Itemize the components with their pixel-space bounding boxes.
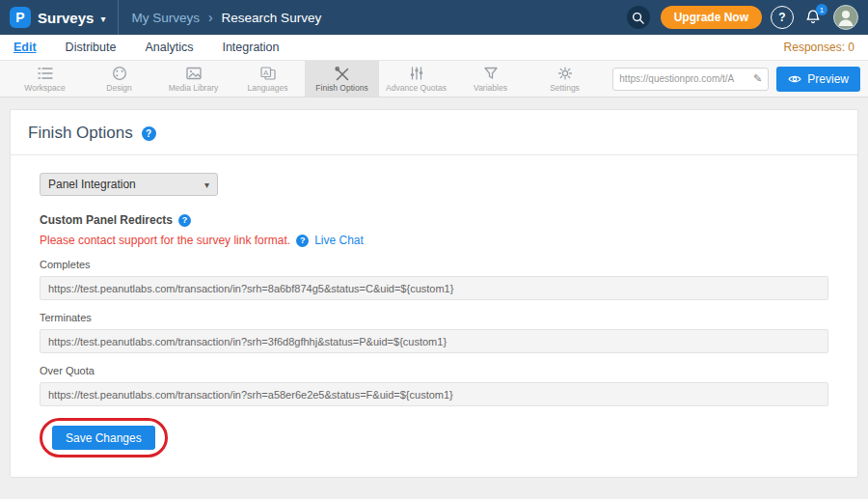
eye-icon <box>788 74 801 84</box>
tab-integration[interactable]: Integration <box>222 41 279 54</box>
custom-panel-redirects-title: Custom Panel Redirects <box>40 213 173 227</box>
divider <box>118 0 119 35</box>
toolbar-item-design[interactable]: Design <box>82 61 156 97</box>
toolbar-item-finish-options[interactable]: Finish Options <box>305 61 379 97</box>
search-icon <box>631 11 645 25</box>
finish-options-card: Finish Options ? Panel Integration ▾ Cus… <box>10 109 858 478</box>
terminates-label: Terminates <box>40 312 828 323</box>
toolbar-item-label: Variables <box>474 83 507 93</box>
sliders-icon <box>407 65 426 82</box>
palette-icon <box>110 65 129 82</box>
languages-icon: A <box>258 65 278 82</box>
gear-icon <box>556 65 575 82</box>
finish-options-help-icon[interactable]: ? <box>142 126 156 141</box>
toolbar-item-advance-quotas[interactable]: Advance Quotas <box>379 61 453 97</box>
workspace-icon <box>36 65 55 82</box>
over-quota-field-group: Over Quota <box>40 365 828 406</box>
notification-badge: 1 <box>816 4 827 15</box>
responses-count: Responses: 0 <box>784 41 854 54</box>
image-icon <box>184 65 203 82</box>
avatar[interactable] <box>833 5 858 30</box>
edit-url-pencil-icon[interactable]: ✎ <box>753 72 762 85</box>
chevron-down-icon: ▾ <box>100 14 105 24</box>
toolbar-item-label: Languages <box>247 83 287 93</box>
completes-field-group: Completes <box>40 259 828 300</box>
toolbar-item-label: Advance Quotas <box>386 83 447 93</box>
page-title: Finish Options <box>28 124 133 143</box>
completes-url-input[interactable] <box>40 276 828 300</box>
toolbar-item-media-library[interactable]: Media Library <box>156 61 231 97</box>
preview-button[interactable]: Preview <box>776 67 860 92</box>
live-chat-link[interactable]: Live Chat <box>314 234 364 247</box>
funnel-icon <box>481 65 501 82</box>
product-name: Surveys <box>38 10 94 26</box>
tools-icon <box>333 65 352 82</box>
tab-edit[interactable]: Edit <box>14 41 37 54</box>
toolbar-item-label: Finish Options <box>315 83 367 93</box>
chevron-down-icon: ▾ <box>204 180 209 190</box>
custom-panel-redirects-help-icon[interactable]: ? <box>178 214 191 227</box>
app-window: P Surveys ▾ My Surveys › Research Survey… <box>0 0 868 499</box>
toolbar-item-variables[interactable]: Variables <box>453 61 528 97</box>
support-notice-text: Please contact support for the survey li… <box>40 234 290 247</box>
survey-url-field[interactable]: https://questionpro.com/t/A ✎ <box>612 68 769 91</box>
user-icon <box>834 6 857 29</box>
toolbar-item-label: Settings <box>550 83 580 93</box>
survey-nav: Edit Distribute Analytics Integration Re… <box>0 35 868 61</box>
toolbar-item-workspace[interactable]: Workspace <box>8 61 82 97</box>
toolbar-item-settings[interactable]: Settings <box>528 61 602 97</box>
search-button[interactable] <box>627 6 650 29</box>
breadcrumb-separator-icon: › <box>208 10 213 25</box>
terminates-url-input[interactable] <box>40 329 828 353</box>
toolbar-item-label: Media Library <box>169 83 219 93</box>
edit-toolbar: Workspace Design Media Library <box>0 61 868 97</box>
over-quota-label: Over Quota <box>40 365 828 376</box>
tab-analytics[interactable]: Analytics <box>145 41 193 54</box>
toolbar-item-label: Design <box>106 83 131 93</box>
questionpro-logo-icon: P <box>10 7 31 28</box>
notifications-button[interactable]: 1 <box>804 9 822 26</box>
toolbar-item-label: Workspace <box>24 83 65 93</box>
breadcrumb-my-surveys[interactable]: My Surveys <box>131 11 200 25</box>
completes-label: Completes <box>40 259 828 270</box>
breadcrumb-current-survey: Research Survey <box>222 11 322 25</box>
question-mark-icon: ? <box>778 11 785 24</box>
panel-integration-select[interactable]: Panel Integration ▾ <box>40 173 218 196</box>
surveys-menu[interactable]: P Surveys ▾ <box>10 7 105 28</box>
live-chat-help-icon[interactable]: ? <box>296 235 309 247</box>
top-bar: P Surveys ▾ My Surveys › Research Survey… <box>0 0 868 35</box>
upgrade-now-button[interactable]: Upgrade Now <box>661 6 762 29</box>
preview-button-label: Preview <box>807 72 849 86</box>
annotation-highlight-circle: Save Changes <box>40 418 168 457</box>
over-quota-url-input[interactable] <box>40 382 828 406</box>
terminates-field-group: Terminates <box>40 312 828 353</box>
help-button[interactable]: ? <box>771 6 794 29</box>
survey-url-text: https://questionpro.com/t/A <box>619 73 749 84</box>
toolbar-item-languages[interactable]: A Languages <box>231 61 305 97</box>
save-changes-button[interactable]: Save Changes <box>52 426 155 450</box>
tab-distribute[interactable]: Distribute <box>66 41 117 54</box>
svg-text:A: A <box>263 69 269 77</box>
panel-integration-selected-value: Panel Integration <box>48 178 136 191</box>
main-content: Finish Options ? Panel Integration ▾ Cus… <box>0 97 868 499</box>
